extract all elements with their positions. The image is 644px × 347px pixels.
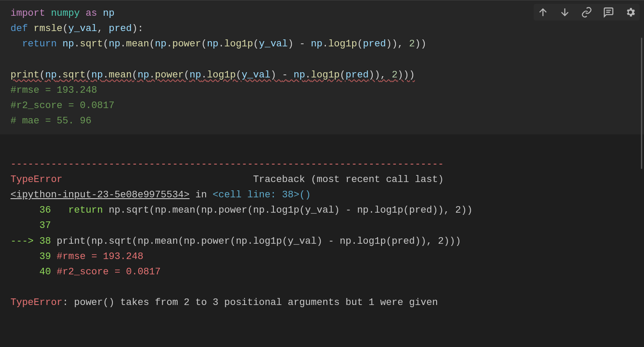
comment-icon — [603, 7, 614, 18]
code-editor[interactable]: import numpy as np def rmsle(y_val, pred… — [10, 6, 634, 129]
lineno-37: 37 — [10, 220, 51, 231]
keyword-as: as — [86, 8, 97, 19]
traceback-label: Traceback (most recent call last) — [253, 174, 444, 185]
error-class: TypeError — [10, 174, 63, 185]
cell-settings-button[interactable] — [624, 6, 637, 19]
cell-toolbar — [534, 4, 640, 21]
comment-rmse: #rmse = 193.248 — [10, 85, 97, 96]
param-yval: y_val — [68, 23, 97, 34]
module-numpy: numpy — [51, 8, 80, 19]
arrow-up-icon — [537, 7, 549, 18]
param-pred: pred — [108, 23, 132, 34]
comment-mae: # mae = 55. 96 — [10, 116, 91, 126]
final-error-class: TypeError — [10, 297, 63, 308]
ipython-input-link[interactable]: <ipython-input-23-5e08e9975534> — [10, 189, 189, 200]
keyword-return: return — [22, 39, 56, 49]
gear-icon — [625, 7, 636, 18]
lineno-38: 38 — [39, 236, 51, 247]
link-icon — [581, 7, 592, 18]
cell-line-ref: <cell line: 38> — [213, 189, 299, 200]
lineno-40: 40 — [10, 266, 51, 277]
move-cell-up-button[interactable] — [536, 6, 550, 19]
move-cell-down-button[interactable] — [558, 6, 571, 19]
link-cell-button[interactable] — [580, 6, 593, 19]
arrow-down-icon — [559, 7, 570, 18]
comment-r2: #r2_score = 0.0817 — [10, 100, 115, 111]
squiggle-warning: print(np.sqrt(np.mean(np.power(np.log1p(… — [10, 70, 415, 81]
traceback-separator: ----------------------------------------… — [10, 159, 444, 170]
lineno-39: 39 — [10, 251, 51, 262]
code-cell[interactable]: import numpy as np def rmsle(y_val, pred… — [0, 0, 644, 134]
function-name: rmsle — [34, 23, 63, 34]
keyword-def: def — [10, 23, 28, 34]
traceback-arrow: ---> — [10, 236, 39, 247]
traceback-output: ----------------------------------------… — [10, 157, 634, 311]
final-error-message: : power() takes from 2 to 3 positional a… — [63, 297, 438, 308]
output-cell: ----------------------------------------… — [0, 134, 644, 326]
editor-scrollbar[interactable] — [641, 38, 642, 169]
comment-cell-button[interactable] — [602, 6, 615, 19]
keyword-import: import — [10, 8, 45, 19]
alias-np: np — [103, 8, 114, 19]
lineno-36: 36 — [10, 205, 51, 216]
